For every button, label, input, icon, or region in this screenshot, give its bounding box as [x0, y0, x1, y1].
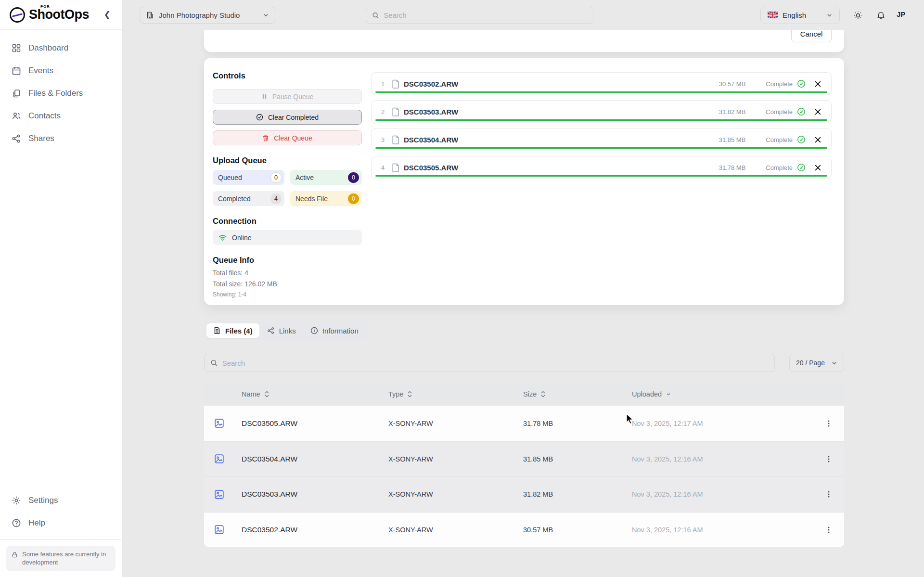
contacts-icon: [12, 111, 21, 121]
file-name: DSC03502.ARW: [242, 526, 388, 534]
organization-name: John Photography Studio: [159, 11, 258, 19]
files-search: [204, 354, 775, 372]
sidebar-item-label: Contacts: [28, 111, 61, 121]
clear-completed-button[interactable]: Clear Completed: [213, 110, 362, 125]
sidebar-item-help[interactable]: Help: [0, 512, 122, 535]
share-icon: [12, 134, 21, 143]
pause-queue-button[interactable]: Pause Queue: [213, 89, 362, 104]
remove-item-button[interactable]: [814, 108, 821, 115]
logo-text: ShootOps: [29, 7, 89, 22]
file-table-row[interactable]: DSC03502.ARW X-SONY-ARW 30.57 MB Nov 3, …: [204, 512, 844, 548]
dashboard-icon: [12, 43, 21, 53]
file-name: DSC03503.ARW: [242, 490, 388, 499]
sidebar-item-files-folders[interactable]: Files & Folders: [0, 82, 122, 104]
column-header-size[interactable]: Size: [523, 390, 632, 398]
files-icon: [12, 89, 21, 98]
global-search: [366, 7, 593, 24]
organization-selector[interactable]: John Photography Studio: [140, 7, 275, 24]
theme-toggle-button[interactable]: [851, 8, 865, 23]
column-header-uploaded[interactable]: Uploaded: [632, 390, 813, 398]
file-table-row[interactable]: DSC03503.ARW X-SONY-ARW 31.82 MB Nov 3, …: [204, 476, 844, 512]
queue-item: 3 DSC03504.ARW 31.85 MB Complete: [371, 128, 832, 151]
calendar-icon: [12, 66, 21, 76]
file-size: 30.57 MB: [523, 526, 632, 534]
file-uploaded: Nov 3, 2025, 12:16 AM: [632, 526, 813, 534]
sidebar-footer-nav: Settings Help: [0, 483, 122, 535]
clear-completed-label: Clear Completed: [268, 114, 319, 121]
sidebar-item-settings[interactable]: Settings: [0, 489, 122, 512]
file-uploaded: Nov 3, 2025, 12:16 AM: [632, 455, 813, 463]
row-menu-button[interactable]: [813, 419, 844, 428]
bell-icon: [876, 11, 886, 20]
row-menu-button[interactable]: [813, 455, 844, 463]
progress-bar: [375, 147, 827, 149]
complete-check-icon: [797, 135, 806, 144]
sort-desc-icon: [666, 391, 671, 397]
queue-item-size: 31.82 MB: [719, 108, 746, 115]
stat-label: Queued: [218, 174, 242, 181]
sort-icon: [407, 391, 412, 397]
share-icon: [267, 327, 275, 334]
queue-showing: Showing: 1-4: [213, 291, 362, 298]
sidebar-item-contacts[interactable]: Contacts: [0, 104, 122, 127]
stat-badge: 0: [348, 193, 359, 204]
file-type: X-SONY-ARW: [388, 526, 523, 534]
row-menu-button[interactable]: [813, 490, 844, 499]
tab-label: Links: [279, 327, 296, 335]
column-header-name[interactable]: Name: [242, 390, 388, 398]
column-header-type[interactable]: Type: [388, 390, 523, 398]
logo-icon: [10, 7, 25, 23]
app-logo: ShootOps FOR: [10, 7, 89, 23]
search-icon: [210, 359, 218, 367]
tab-files[interactable]: Files (4): [206, 323, 259, 338]
queue-item-filename: DSC03503.ARW: [404, 108, 458, 116]
language-selector[interactable]: English: [760, 6, 840, 24]
upload-queue-panel: Controls Pause Queue Clear Completed Cle…: [204, 58, 844, 305]
image-file-icon: [214, 524, 225, 535]
sidebar-item-label: Events: [28, 66, 53, 76]
clear-queue-label: Clear Queue: [274, 134, 312, 142]
close-icon: [814, 108, 821, 115]
stat-active: Active 0: [290, 170, 362, 185]
queue-item: 2 DSC03503.ARW 31.82 MB Complete: [371, 100, 832, 123]
kebab-menu-icon: [825, 419, 833, 428]
file-table-row[interactable]: DSC03504.ARW X-SONY-ARW 31.85 MB Nov 3, …: [204, 441, 844, 477]
queue-item-status: Complete: [766, 136, 793, 143]
upload-header-card: Cancel: [204, 30, 844, 52]
notifications-button[interactable]: [873, 8, 888, 23]
stat-label: Active: [295, 174, 314, 181]
sidebar-item-shares[interactable]: Shares: [0, 127, 122, 150]
row-menu-button[interactable]: [813, 526, 844, 534]
user-avatar[interactable]: JP: [897, 10, 905, 18]
sidebar: ShootOps FOR ❮ Dashboard Events Files & …: [0, 0, 123, 577]
file-type: X-SONY-ARW: [388, 455, 523, 463]
controls-title: Controls: [213, 71, 362, 80]
sidebar-item-label: Help: [28, 518, 45, 528]
remove-item-button[interactable]: [814, 80, 821, 88]
tab-label: Files (4): [225, 327, 253, 335]
image-file-icon: [214, 418, 225, 429]
kebab-menu-icon: [825, 526, 833, 534]
tab-information[interactable]: Information: [304, 323, 365, 338]
building-icon: [146, 11, 154, 19]
sidebar-collapse-icon[interactable]: ❮: [101, 9, 114, 21]
tab-links[interactable]: Links: [260, 323, 303, 338]
stat-badge: 0: [348, 172, 359, 183]
gear-icon: [12, 496, 21, 505]
uk-flag-icon: [768, 12, 778, 18]
queue-item-status: Complete: [766, 108, 793, 115]
chevron-down-icon: [831, 360, 837, 366]
files-search-input[interactable]: [222, 359, 769, 367]
clear-queue-button[interactable]: Clear Queue: [213, 130, 362, 145]
global-search-input[interactable]: [384, 11, 587, 19]
remove-item-button[interactable]: [814, 136, 821, 143]
sidebar-item-dashboard[interactable]: Dashboard: [0, 37, 122, 59]
sidebar-nav: Dashboard Events Files & Folders Contact…: [0, 30, 122, 150]
sort-icon: [540, 391, 546, 397]
sidebar-item-events[interactable]: Events: [0, 59, 122, 82]
queue-item-filename: DSC03505.ARW: [404, 164, 458, 172]
stat-completed: Completed 4: [213, 191, 284, 206]
remove-item-button[interactable]: [814, 164, 821, 171]
page-size-selector[interactable]: 20 / Page: [789, 354, 844, 372]
file-table-row[interactable]: DSC03505.ARW X-SONY-ARW 31.78 MB Nov 3, …: [204, 406, 844, 441]
